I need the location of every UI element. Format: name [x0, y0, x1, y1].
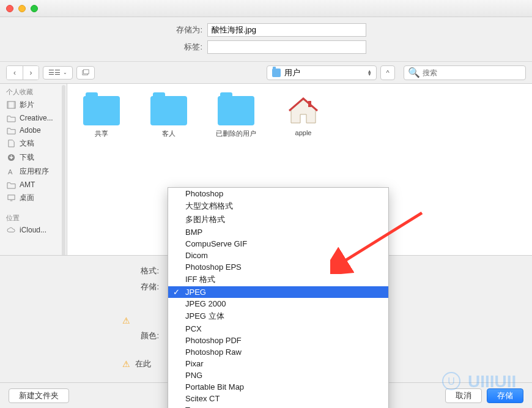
filename-input[interactable] — [207, 23, 366, 37]
format-label: 格式: — [0, 265, 159, 276]
download-icon — [6, 154, 16, 162]
view-mode-button[interactable]: ☰☰⌄ — [43, 66, 73, 80]
sidebar-location-0[interactable]: iCloud... — [0, 224, 67, 236]
sidebar-item-label: 影片 — [20, 100, 34, 110]
sidebar-item-label: 文稿 — [20, 138, 34, 149]
folder-icon — [150, 96, 187, 125]
folder-icon — [83, 96, 120, 125]
sidebar-item-7[interactable]: 桌面 — [0, 191, 67, 205]
save-form: 存储为: 标签: — [0, 17, 532, 62]
format-option-15[interactable]: PNG — [168, 369, 388, 381]
svg-rect-9 — [308, 101, 311, 107]
forward-button[interactable]: › — [23, 66, 39, 80]
file-item-2[interactable]: 已删除的用户 — [212, 96, 260, 138]
sidebar-item-label: iCloud... — [20, 226, 46, 234]
format-option-12[interactable]: Photoshop PDF — [168, 335, 388, 346]
file-item-0[interactable]: 共享 — [77, 96, 126, 138]
color-label: 颜色: — [0, 330, 159, 341]
toolbar: ‹ › ☰☰⌄ 用户 ▴▾ ^ 🔍 — [0, 62, 532, 84]
sidebar-item-label: 下载 — [20, 152, 34, 163]
svg-rect-1 — [84, 69, 89, 73]
format-option-16[interactable]: Portable Bit Map — [168, 381, 388, 393]
users-folder-icon — [272, 69, 281, 77]
cloud-icon — [6, 226, 16, 234]
sidebar-item-5[interactable]: A应用程序 — [0, 165, 67, 179]
format-option-18[interactable]: Targa — [168, 404, 388, 408]
desktop-icon — [6, 194, 16, 202]
format-option-0[interactable]: Photoshop — [168, 188, 388, 199]
close-window-button[interactable] — [6, 5, 13, 12]
sidebar-item-label: 应用程序 — [20, 166, 49, 177]
svg-text:A: A — [7, 168, 12, 176]
warning-icon-2: ⚠ — [122, 359, 130, 369]
sidebar-item-2[interactable]: Adobe — [0, 124, 67, 136]
format-option-17[interactable]: Scitex CT — [168, 393, 388, 404]
format-option-14[interactable]: Pixar — [168, 358, 388, 369]
search-icon: 🔍 — [408, 67, 420, 78]
file-label: 已删除的用户 — [216, 129, 256, 138]
sidebar-item-4[interactable]: 下载 — [0, 150, 67, 165]
back-button[interactable]: ‹ — [7, 66, 23, 80]
chevron-updown-icon: ▴▾ — [368, 70, 371, 76]
format-option-2[interactable]: 多图片格式 — [168, 213, 388, 226]
search-field[interactable]: 🔍 — [404, 65, 526, 80]
file-label: 客人 — [162, 129, 175, 138]
new-folder-button[interactable]: 新建文件夹 — [9, 388, 69, 403]
window-titlebar — [0, 0, 532, 17]
path-label: 用户 — [284, 67, 300, 78]
folder-icon — [6, 114, 16, 122]
sidebar-item-3[interactable]: 文稿 — [0, 136, 67, 150]
document-icon — [6, 139, 16, 148]
apps-icon: A — [6, 168, 16, 176]
sidebar-item-label: AMT — [20, 180, 35, 189]
minimize-window-button[interactable] — [18, 5, 26, 12]
format-option-7[interactable]: IFF 格式 — [168, 273, 388, 286]
sidebar-section-locations: 位置 — [0, 210, 67, 224]
sidebar-item-6[interactable]: AMT — [0, 179, 67, 191]
save-as-label: 存储为: — [166, 24, 202, 35]
format-option-11[interactable]: PCX — [168, 323, 388, 335]
svg-rect-7 — [7, 195, 14, 199]
folder-icon — [6, 126, 16, 135]
file-item-3[interactable]: apple — [279, 96, 328, 136]
format-option-5[interactable]: Dicom — [168, 250, 388, 261]
sidebar-item-0[interactable]: 影片 — [0, 98, 67, 112]
format-option-13[interactable]: Photoshop Raw — [168, 346, 388, 358]
folder-icon — [218, 96, 254, 125]
path-selector[interactable]: 用户 ▴▾ — [267, 65, 377, 80]
format-option-9[interactable]: JPEG 2000 — [168, 298, 388, 310]
here-label: 在此 — [135, 358, 151, 369]
file-label: apple — [295, 129, 312, 136]
format-option-10[interactable]: JPEG 立体 — [168, 310, 388, 323]
file-label: 共享 — [95, 129, 108, 138]
format-dropdown[interactable]: Photoshop大型文档格式多图片格式BMPCompuServe GIFDic… — [168, 187, 389, 408]
film-icon — [6, 101, 16, 109]
svg-rect-4 — [13, 102, 15, 108]
save-button[interactable]: 存储 — [487, 388, 523, 403]
cancel-button[interactable]: 取消 — [445, 388, 482, 403]
format-option-6[interactable]: Photoshop EPS — [168, 261, 388, 273]
format-option-8[interactable]: JPEG — [168, 286, 388, 298]
sidebar-item-label: Adobe — [20, 126, 41, 135]
search-input[interactable] — [423, 69, 522, 77]
storage-label: 存储: — [0, 281, 159, 292]
maximize-window-button[interactable] — [31, 5, 38, 12]
format-option-4[interactable]: CompuServe GIF — [168, 238, 388, 250]
folder-icon — [6, 180, 16, 189]
format-option-3[interactable]: BMP — [168, 226, 388, 238]
sidebar-item-label: 桌面 — [20, 193, 34, 203]
sidebar-item-1[interactable]: Creative... — [0, 112, 67, 124]
svg-rect-3 — [7, 102, 9, 108]
sidebar-section-favorites: 个人收藏 — [0, 84, 67, 98]
sidebar-item-label: Creative... — [20, 114, 53, 122]
collapse-button[interactable]: ^ — [380, 65, 395, 80]
group-button[interactable] — [76, 66, 95, 80]
warning-icon: ⚠ — [122, 316, 130, 325]
home-icon — [288, 96, 319, 125]
tags-label: 标签: — [166, 42, 202, 53]
tags-input[interactable] — [207, 40, 366, 54]
format-option-1[interactable]: 大型文档格式 — [168, 199, 388, 213]
file-item-1[interactable]: 客人 — [144, 96, 193, 138]
